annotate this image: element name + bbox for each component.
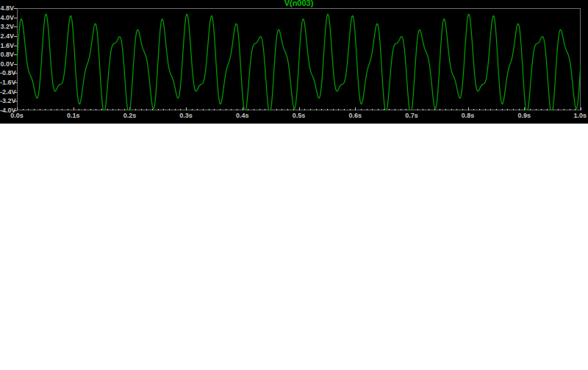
y-axis-label: 4.0V — [0, 14, 14, 21]
waveform-plot[interactable] — [0, 0, 588, 124]
x-axis-label: 0.2s — [123, 112, 137, 119]
x-axis-label: 0.0s — [10, 112, 24, 119]
y-axis-label: 1.6V — [0, 42, 14, 49]
x-axis-label: 0.3s — [179, 112, 193, 119]
x-axis-label: 0.4s — [236, 112, 249, 119]
y-axis-label: -2.4V — [0, 88, 14, 96]
y-axis-label: 3.2V — [0, 23, 14, 30]
empty-page-area — [0, 124, 588, 370]
y-axis-label: 0.0V — [0, 60, 14, 68]
y-axis-label: 4.8V — [0, 4, 14, 12]
waveform-panel[interactable]: V(n003) 4.8V4.0V3.2V2.4V1.6V0.8V0.0V-0.8… — [0, 0, 588, 124]
waveform-trace[interactable] — [17, 14, 581, 113]
x-axis-label: 1.0s — [573, 112, 587, 119]
y-axis-label: -1.6V — [0, 79, 14, 86]
x-axis-label: 0.7s — [405, 112, 418, 119]
x-axis-label: 0.6s — [348, 112, 362, 119]
x-axis-label: 0.5s — [293, 112, 306, 119]
y-axis-label: -0.8V — [0, 69, 14, 77]
y-axis-label: -3.2V — [0, 97, 14, 104]
x-axis-label: 0.8s — [462, 112, 475, 119]
x-axis-label: 0.1s — [67, 112, 80, 119]
y-axis-label: 0.8V — [0, 51, 14, 58]
y-axis-label: 2.4V — [0, 32, 14, 40]
trace-legend-label[interactable]: V(n003) — [17, 0, 581, 7]
x-axis-label: 0.9s — [518, 112, 531, 119]
